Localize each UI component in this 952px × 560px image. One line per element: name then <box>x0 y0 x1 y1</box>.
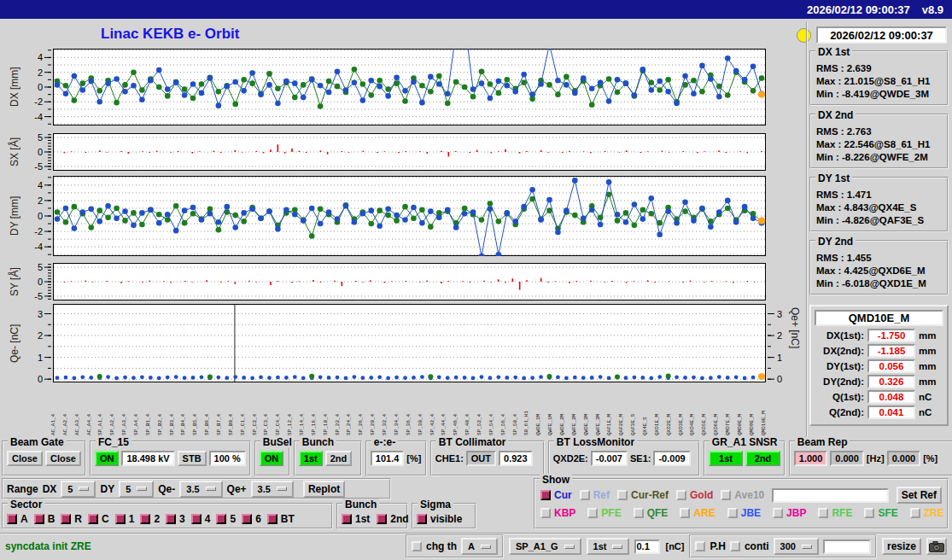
range-qem-dropdown[interactable]: 3.5 <box>179 481 222 498</box>
checkbox-icon[interactable] <box>377 514 387 524</box>
threshold-input[interactable] <box>634 540 660 554</box>
checkbox-icon[interactable] <box>417 514 427 524</box>
sector-checkbox-r[interactable]: R <box>61 513 82 525</box>
show-ref-checkbox[interactable]: Ref <box>580 489 610 501</box>
bunch-1st-button[interactable]: 1st <box>299 451 323 466</box>
bunch-1st-checkbox[interactable]: 1st <box>342 513 370 525</box>
show-jbp-checkbox[interactable]: JBP <box>773 507 806 519</box>
monitor-row: DX(2nd):-1.185mm <box>815 344 943 358</box>
show-gold-checkbox[interactable]: Gold <box>676 489 713 501</box>
ph-checkbox[interactable] <box>695 541 705 551</box>
set-ref-button[interactable]: Set Ref <box>897 487 942 504</box>
show-pfe-checkbox[interactable]: PFE <box>587 507 621 519</box>
checkbox-icon[interactable] <box>540 490 551 500</box>
chg-th-dropdown[interactable]: A <box>461 538 498 555</box>
checkbox-icon[interactable] <box>216 514 226 524</box>
show-zre-checkbox[interactable]: ZRE <box>910 507 944 519</box>
svg-text:-4: -4 <box>34 112 43 122</box>
checkbox-icon[interactable] <box>587 508 598 518</box>
sector-checkbox-b[interactable]: B <box>34 513 55 525</box>
gr-a1-2nd-button[interactable]: 2nd <box>745 451 780 466</box>
replot-button[interactable]: Replot <box>303 481 345 498</box>
show-rfe-checkbox[interactable]: RFE <box>818 507 852 519</box>
stat-min: Min : -6.018@QXD1E_M <box>816 278 943 289</box>
checkbox-icon[interactable] <box>140 514 150 524</box>
show-jbe-checkbox[interactable]: JBE <box>727 507 761 519</box>
svg-text:0: 0 <box>38 277 43 287</box>
beam-gate-close-2-button[interactable]: Close <box>45 451 81 466</box>
show-cur-ref-checkbox[interactable]: Cur-Ref <box>617 489 669 501</box>
checkbox-icon[interactable] <box>910 508 920 518</box>
sector-checkbox-6[interactable]: 6 <box>242 513 261 525</box>
ref-name-input[interactable] <box>772 488 888 503</box>
show-cur-checkbox[interactable]: Cur <box>540 489 572 501</box>
show-sfe-checkbox[interactable]: SFE <box>864 507 897 519</box>
show-ave10-checkbox[interactable]: Ave10 <box>721 489 764 501</box>
sector-checkbox-c[interactable]: C <box>88 513 109 525</box>
svg-text:3: 3 <box>38 309 43 319</box>
checkbox-icon[interactable] <box>166 514 176 524</box>
chg-th-checkbox[interactable] <box>412 541 422 551</box>
fc15-stb-button[interactable]: STB <box>178 451 207 466</box>
sector-checkbox-4[interactable]: 4 <box>191 513 211 525</box>
range-dy-dropdown[interactable]: 5 <box>119 481 154 498</box>
beam-rep-value-1: 1.000 <box>794 451 828 466</box>
camera-icon <box>929 541 944 552</box>
checkbox-icon[interactable] <box>267 514 277 524</box>
busel-on-button[interactable]: ON <box>260 451 284 466</box>
extra-input[interactable] <box>823 540 871 554</box>
se1-value: -0.009 <box>653 451 690 466</box>
status-message: syncdata init ZRE <box>5 540 91 552</box>
fc15-on-button[interactable]: ON <box>95 451 120 466</box>
checkbox-icon[interactable] <box>773 508 783 518</box>
checkbox-icon[interactable] <box>61 514 71 524</box>
fc15-kv-value: 18.498 kV <box>121 451 174 466</box>
checkbox-icon[interactable] <box>727 508 738 518</box>
snapshot-button[interactable] <box>926 538 947 555</box>
checkbox-icon[interactable] <box>680 508 690 518</box>
checkbox-icon[interactable] <box>34 514 44 524</box>
sector-checkbox-1[interactable]: 1 <box>115 513 135 525</box>
checkbox-icon[interactable] <box>242 514 252 524</box>
sp-select-dropdown[interactable]: SP_A1_G <box>509 538 581 555</box>
sigma-visible-checkbox[interactable]: visible <box>417 513 462 525</box>
checkbox-icon[interactable] <box>721 490 731 500</box>
checkbox-icon[interactable] <box>676 490 686 500</box>
range-qep-dropdown[interactable]: 3.5 <box>251 481 294 498</box>
ph-label: P.H <box>710 540 725 552</box>
sector-checkbox-3[interactable]: 3 <box>166 513 185 525</box>
range-qem-label: Qe- <box>158 483 175 495</box>
svg-text:2: 2 <box>777 330 782 341</box>
show-qfe-checkbox[interactable]: QFE <box>634 507 669 519</box>
checkbox-icon[interactable] <box>88 514 98 524</box>
sector-checkbox-bt[interactable]: BT <box>267 513 295 525</box>
monitor-row: DY(1st):0.056mm <box>815 359 943 373</box>
sector-checkbox-a[interactable]: A <box>7 513 28 525</box>
checkbox-icon[interactable] <box>115 514 126 524</box>
gr-a1-1st-button[interactable]: 1st <box>709 451 744 466</box>
dx-axis-label: DX [mm] <box>9 49 20 125</box>
checkbox-icon[interactable] <box>634 508 644 518</box>
range-dx-dropdown[interactable]: 5 <box>61 481 96 498</box>
conti-checkbox[interactable] <box>730 541 740 551</box>
busel-group: BuSel ON <box>254 440 290 476</box>
checkbox-icon[interactable] <box>580 490 590 500</box>
bunch-2nd-button[interactable]: 2nd <box>325 451 353 466</box>
show-kbp-checkbox[interactable]: KBP <box>540 507 575 519</box>
sector-checkbox-5[interactable]: 5 <box>216 513 236 525</box>
checkbox-icon[interactable] <box>818 508 828 518</box>
show-are-checkbox[interactable]: ARE <box>680 507 715 519</box>
checkbox-icon[interactable] <box>342 514 352 524</box>
resize-button[interactable]: resize <box>882 538 921 555</box>
beam-gate-close-1-button[interactable]: Close <box>7 451 43 466</box>
beam-rep-group: Beam Rep 1.000 0.000 [Hz] 0.000 [%] <box>789 440 952 476</box>
points-dropdown[interactable]: 300 <box>774 538 819 555</box>
sector-checkbox-2[interactable]: 2 <box>140 513 160 525</box>
bunch-select-dropdown[interactable]: 1st <box>587 538 630 555</box>
checkbox-icon[interactable] <box>540 508 551 518</box>
checkbox-icon[interactable] <box>191 514 201 524</box>
bunch-2nd-checkbox[interactable]: 2nd <box>377 513 408 525</box>
checkbox-icon[interactable] <box>864 508 874 518</box>
checkbox-icon[interactable] <box>617 490 628 500</box>
checkbox-icon[interactable] <box>7 514 17 524</box>
